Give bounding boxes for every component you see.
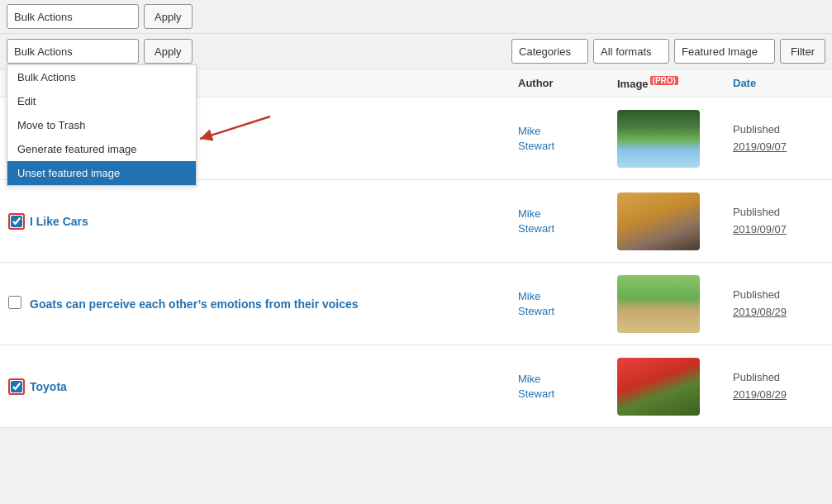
thumbnail-goat [617,275,700,333]
thumbnail-my-house [617,110,700,168]
row-title-i-like-cars[interactable]: I Like Cars [30,215,518,228]
menu-item-bulk-actions[interactable]: Bulk Actions [7,65,196,89]
row-title-toyota[interactable]: Toyota [30,380,518,393]
menu-item-unset-featured-image[interactable]: Unset featured image [7,161,196,185]
row-author-goats[interactable]: Mike Stewart [518,289,617,319]
menu-item-move-to-trash[interactable]: Move to Trash [7,113,196,137]
table-row: Goats can perceive each other’s emotions… [0,263,832,345]
row-author-my-house[interactable]: Mike Stewart [518,124,617,154]
bulk-actions-select[interactable]: Bulk Actions [7,39,139,64]
svg-line-1 [200,116,270,139]
filter-group: Categories All formats Featured Image Fi… [511,39,825,64]
row-image-my-house [617,110,733,168]
bulk-actions-select-top[interactable]: Bulk Actions [7,4,139,29]
toolbar-top: Bulk Actions Apply [0,0,832,34]
col-header-image: Image(PRO) [617,76,733,90]
col-header-date[interactable]: Date [733,77,824,89]
thumbnail-toyota [617,358,700,416]
row-image-goats [617,275,733,333]
apply-button-top[interactable]: Apply [144,4,193,29]
categories-select[interactable]: Categories [511,39,588,64]
checkbox-i-like-cars[interactable] [11,216,22,227]
row-checkbox-toyota[interactable] [8,378,30,395]
pro-badge: (PRO) [650,76,678,85]
checkbox-red-border-cars [8,213,25,230]
featured-image-select[interactable]: Featured Image [674,39,775,64]
row-image-toyota [617,358,733,416]
thumbnail-car [617,193,700,250]
row-date-toyota: Published 2019/08/29 [733,369,824,404]
bulk-actions-dropdown-menu: Bulk Actions Edit Move to Trash Generate… [7,64,197,186]
table-row: I Like Cars Mike Stewart Published 2019/… [0,180,832,263]
bulk-actions-dropdown-container: Bulk Actions Bulk Actions Edit Move to T… [7,39,139,64]
row-date-my-house: Published 2019/09/07 [733,121,824,156]
row-title-goats[interactable]: Goats can perceive each other’s emotions… [30,297,518,311]
apply-button[interactable]: Apply [144,39,193,64]
filter-button[interactable]: Filter [780,39,825,64]
col-header-author: Author [518,77,617,89]
row-image-i-like-cars [617,193,733,250]
row-author-toyota[interactable]: Mike Stewart [518,372,617,402]
row-date-i-like-cars: Published 2019/09/07 [733,204,824,239]
menu-item-generate-featured-image[interactable]: Generate featured image [7,137,196,161]
toolbar-main: Bulk Actions Bulk Actions Edit Move to T… [0,34,832,69]
table-row: Toyota Mike Stewart Published 2019/08/29 [0,345,832,428]
menu-item-edit[interactable]: Edit [7,89,196,113]
arrow-indicator [192,112,274,148]
row-date-goats: Published 2019/08/29 [733,287,824,321]
row-checkbox-i-like-cars[interactable] [8,213,30,230]
checkbox-toyota[interactable] [11,381,22,392]
checkbox-red-border-toyota [8,378,25,395]
row-checkbox-goats[interactable] [8,296,30,311]
checkbox-goats[interactable] [8,296,21,309]
row-author-i-like-cars[interactable]: Mike Stewart [518,207,617,236]
all-formats-select[interactable]: All formats [593,39,669,64]
bulk-actions-wrapper: Bulk Actions [7,4,139,29]
